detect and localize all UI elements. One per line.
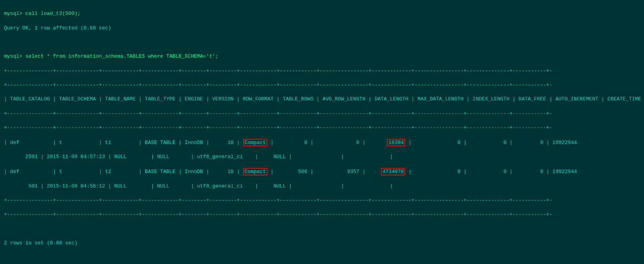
data-length-highlight-2: 4734976 (381, 168, 406, 176)
blank-3 (4, 254, 640, 261)
data-row-1b: 2501 | 2015-11-09 04:57:23 | NULL | NULL… (4, 153, 640, 160)
rowcount-1: 2 rows in set (0.00 sec) (4, 240, 640, 247)
terminal-output: mysql> call load_t2(500); Query OK, 1 ro… (4, 3, 640, 264)
blank-1 (4, 39, 640, 46)
compact-highlight-1: Compact (243, 139, 268, 147)
data-row-2a: | def | t | t2 | BASE TABLE | InnoDB | 1… (4, 168, 640, 176)
compact-highlight-2: Compact (243, 168, 268, 176)
sep-3: +---------------+--------------+--------… (4, 110, 640, 117)
data-row-1a: | def | t | t1 | BASE TABLE | InnoDB | 1… (4, 139, 640, 147)
data-row-2b: 501 | 2015-11-09 04:56:12 | NULL | NULL … (4, 183, 640, 190)
header-line-1: | TABLE_CATALOG | TABLE_SCHEMA | TABLE_N… (4, 96, 640, 103)
sep-2: +---------------+--------------+--------… (4, 82, 640, 89)
sep-5: +---------------+--------------+--------… (4, 197, 640, 204)
sep-4: +---------------+--------------+--------… (4, 124, 640, 131)
blank-2 (4, 226, 640, 233)
sep-1: +---------------+--------------+--------… (4, 67, 640, 75)
sep-6: +---------------+--------------+--------… (4, 211, 640, 218)
cmd-line-1: mysql> call load_t2(500); (4, 10, 640, 17)
data-length-highlight-1: 16384 (387, 139, 405, 147)
output-line-1: Query OK, 1 row affected (0.60 sec) (4, 25, 640, 32)
cmd-line-2: mysql> select * from information_schema.… (4, 53, 640, 60)
